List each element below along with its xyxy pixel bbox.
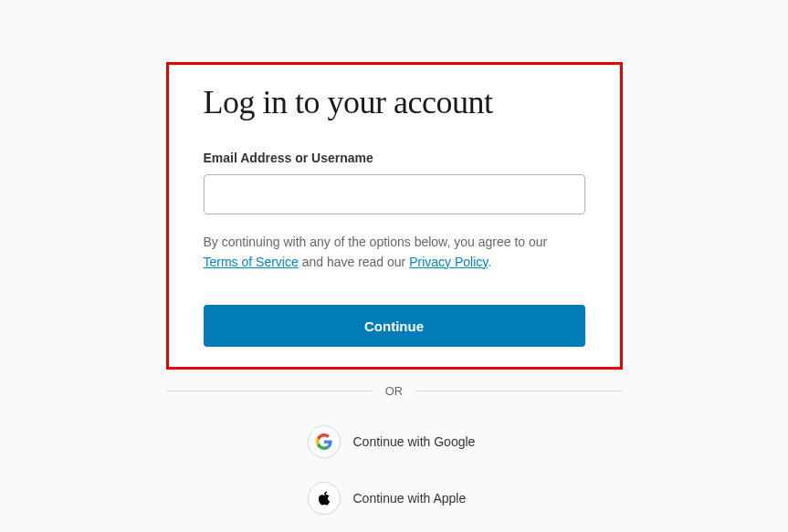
- divider-line-right: [415, 391, 622, 391]
- continue-with-apple-button[interactable]: Continue with Apple: [299, 476, 490, 520]
- email-label: Email Address or Username: [204, 151, 585, 165]
- terms-prefix: By continuing with any of the options be…: [204, 235, 548, 249]
- divider-label: OR: [373, 384, 416, 398]
- terms-suffix: .: [488, 255, 491, 269]
- page-title: Log in to your account: [204, 83, 585, 121]
- continue-button[interactable]: Continue: [204, 305, 585, 347]
- divider-line-left: [166, 391, 373, 391]
- apple-icon: [308, 482, 341, 515]
- login-form-box: Log in to your account Email Address or …: [166, 62, 623, 370]
- terms-middle: and have read our: [299, 255, 409, 269]
- apple-button-label: Continue with Apple: [353, 491, 481, 506]
- terms-text: By continuing with any of the options be…: [204, 233, 585, 272]
- login-container: Log in to your account Email Address or …: [166, 0, 623, 520]
- continue-with-google-button[interactable]: Continue with Google: [299, 420, 490, 464]
- divider: OR: [166, 384, 623, 398]
- privacy-policy-link[interactable]: Privacy Policy: [409, 255, 488, 269]
- google-icon: [308, 425, 341, 458]
- terms-of-service-link[interactable]: Terms of Service: [204, 255, 299, 269]
- google-button-label: Continue with Google: [353, 434, 481, 449]
- email-input[interactable]: [204, 174, 585, 214]
